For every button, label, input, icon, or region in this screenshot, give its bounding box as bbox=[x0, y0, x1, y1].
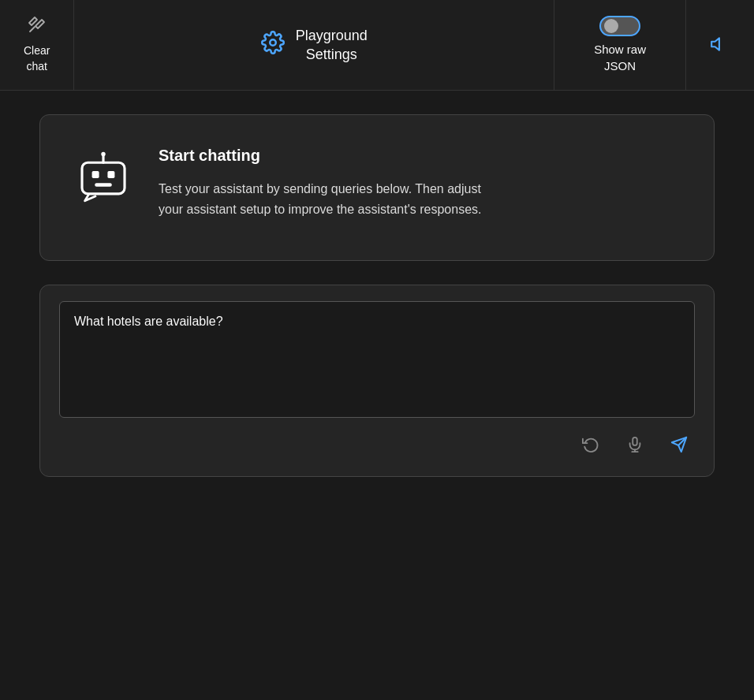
mic-button[interactable] bbox=[619, 429, 651, 460]
svg-rect-4 bbox=[107, 171, 114, 178]
show-raw-json-toggle[interactable] bbox=[599, 16, 640, 36]
svg-rect-5 bbox=[95, 183, 112, 187]
show-raw-json-section: Show raw JSON bbox=[554, 0, 686, 90]
refresh-icon bbox=[582, 436, 599, 453]
mic-icon bbox=[626, 436, 644, 453]
chat-input[interactable]: What hotels are available? bbox=[59, 301, 695, 418]
svg-rect-8 bbox=[633, 438, 637, 445]
input-area: What hotels are available? bbox=[39, 285, 715, 477]
playground-settings-button[interactable]: Playground Settings bbox=[74, 0, 554, 90]
send-icon bbox=[670, 436, 688, 453]
svg-rect-3 bbox=[92, 171, 99, 178]
playground-settings-label: Playground Settings bbox=[296, 26, 368, 65]
sound-icon bbox=[710, 34, 730, 57]
broom-icon bbox=[28, 15, 47, 39]
refresh-button[interactable] bbox=[575, 429, 607, 460]
chat-card: Start chatting Test your assistant by se… bbox=[39, 114, 715, 261]
gear-icon bbox=[261, 31, 285, 60]
show-raw-json-label: Show raw JSON bbox=[594, 41, 646, 74]
sound-button[interactable] bbox=[686, 0, 754, 90]
svg-point-0 bbox=[270, 39, 276, 46]
chat-text: Start chatting Test your assistant by se… bbox=[159, 147, 682, 221]
clear-chat-label: Clear chat bbox=[24, 43, 50, 74]
svg-point-7 bbox=[101, 152, 105, 156]
bot-icon bbox=[75, 150, 132, 207]
svg-rect-2 bbox=[82, 162, 125, 194]
chat-title: Start chatting bbox=[159, 147, 682, 165]
main-content: Start chatting Test your assistant by se… bbox=[0, 91, 754, 501]
send-button[interactable] bbox=[663, 429, 695, 460]
chat-description: Test your assistant by sending queries b… bbox=[159, 179, 506, 221]
toolbar: Clear chat Playground Settings Show raw … bbox=[0, 0, 754, 91]
input-actions bbox=[59, 429, 695, 460]
clear-chat-button[interactable]: Clear chat bbox=[0, 0, 74, 90]
svg-marker-1 bbox=[711, 38, 719, 50]
bot-icon-wrap bbox=[72, 147, 135, 210]
